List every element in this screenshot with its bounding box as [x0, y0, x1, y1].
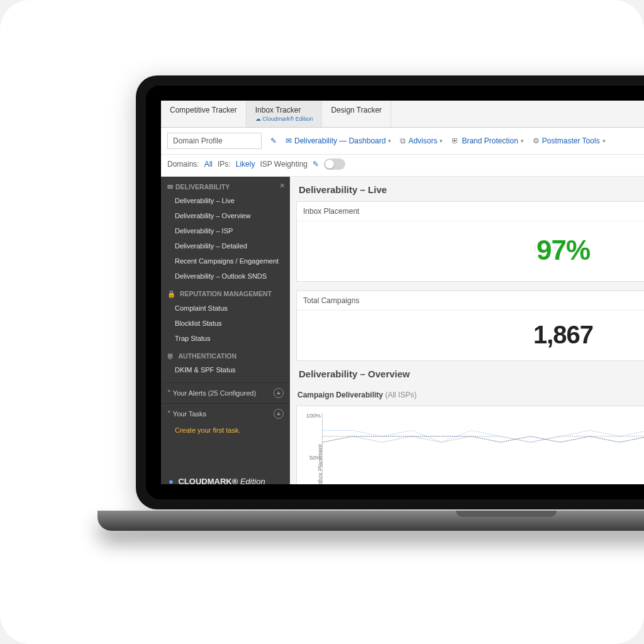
advisors-icon: ⧉ — [400, 136, 406, 145]
shield-icon: ⛨ — [452, 136, 459, 145]
chevron-down-icon: ˅ — [167, 410, 171, 418]
tab-inbox[interactable]: Inbox Tracker ☁ Cloudmark® Edition — [247, 101, 323, 127]
card-total-campaigns: Total Campaigns 1,867 — [296, 291, 644, 361]
sidebar-item-deliv-overview[interactable]: Deliverability – Overview — [161, 208, 290, 223]
tab-inbox-sublabel: ☁ Cloudmark® Edition — [255, 116, 313, 122]
shield-icon: ⛨ — [167, 352, 174, 360]
sidebar-footer: ● CLOUDMARK® Edition — [161, 470, 290, 484]
create-task-link[interactable]: Create your first task. — [161, 424, 290, 441]
sidebar-item-deliv-detailed[interactable]: Deliverability – Detailed — [161, 238, 290, 253]
sidebar-item-complaint[interactable]: Complaint Status — [161, 301, 290, 316]
menu-brand-protection[interactable]: ⛨ Brand Protection ▾ — [452, 136, 523, 145]
card-inbox-placement: Inbox Placement ⧨ 97% — [296, 201, 644, 282]
chart-campaign-deliverability: ≡⟶ Inbox Placement 100%50%0% 20. Sep22. … — [296, 406, 644, 484]
section-title-overview: Deliverability – Overview — [296, 361, 644, 386]
menu-advisors[interactable]: ⧉ Advisors ▾ — [400, 136, 443, 145]
chart-plot-area[interactable] — [322, 413, 644, 484]
add-task-icon[interactable]: + — [274, 409, 284, 419]
sidebar-alerts[interactable]: ˄ Your Alerts (25 Configured) + — [161, 382, 290, 403]
ips-value[interactable]: Likely — [236, 160, 255, 169]
total-campaigns-value: 1,867 — [533, 321, 593, 349]
sidebar-item-dkim-spf[interactable]: DKIM & SPF Status — [161, 362, 290, 377]
ips-label: IPs: — [218, 160, 231, 169]
sidebar-tasks[interactable]: ˅ Your Tasks + — [161, 403, 290, 424]
domains-value[interactable]: All — [204, 160, 213, 169]
sidebar-item-trap[interactable]: Trap Status — [161, 331, 290, 346]
filter-bar: Domains: All IPs: Likely ISP Weighting ✎ — [161, 155, 644, 177]
menu-postmaster[interactable]: ⚙ Postmaster Tools ▾ — [533, 136, 606, 145]
toolbar: ✎ ✉ Deliverability — Dashboard ▾ ⧉ Advis… — [161, 128, 644, 155]
sidebar: × ✉DELIVERABILITY Deliverability – Live … — [161, 177, 290, 484]
sidebar-item-blocklist[interactable]: Blocklist Status — [161, 316, 290, 331]
edit-icon[interactable]: ✎ — [270, 136, 277, 145]
isp-weighting-label: ISP Weighting — [260, 160, 308, 169]
inbox-placement-value: 97% — [536, 235, 590, 266]
sidebar-item-deliv-isp[interactable]: Deliverability – ISP — [161, 223, 290, 238]
laptop-base — [97, 511, 644, 531]
chevron-up-icon: ˄ — [167, 389, 171, 397]
sidebar-close-icon[interactable]: × — [280, 180, 285, 191]
main-content: Deliverability – Live Inbox Placement ⧨ … — [290, 177, 644, 484]
add-alert-icon[interactable]: + — [274, 388, 284, 398]
tools-icon: ⚙ — [533, 136, 540, 145]
chevron-down-icon: ▾ — [388, 138, 391, 144]
domains-label: Domains: — [167, 160, 199, 169]
cloudmark-dot-icon: ● — [169, 477, 174, 484]
sidebar-section-deliverability: ✉DELIVERABILITY — [161, 177, 290, 193]
lock-icon: 🔒 — [167, 290, 175, 297]
sidebar-section-auth: ⛨ AUTHENTICATION — [161, 346, 290, 362]
menu-deliverability[interactable]: ✉ Deliverability — Dashboard ▾ — [286, 136, 391, 145]
card-inbox-placement-label: Inbox Placement — [303, 207, 359, 216]
tab-design[interactable]: Design Tracker — [322, 101, 391, 127]
isp-weighting-edit-icon[interactable]: ✎ — [313, 160, 319, 169]
tab-inbox-label: Inbox Tracker — [255, 106, 301, 114]
domain-profile-input[interactable] — [167, 133, 262, 149]
chart-y-ticks: 100%50%0% — [306, 413, 321, 484]
section-title-live: Deliverability – Live — [296, 177, 644, 201]
laptop-frame: Competitive Tracker Inbox Tracker ☁ Clou… — [136, 75, 644, 509]
sidebar-item-outlook-snds[interactable]: Deliverability – Outlook SNDS — [161, 269, 290, 284]
tab-competitive[interactable]: Competitive Tracker — [161, 101, 247, 127]
top-tabs: Competitive Tracker Inbox Tracker ☁ Clou… — [161, 101, 644, 128]
isp-weighting-toggle[interactable] — [324, 158, 345, 170]
app-screen: Competitive Tracker Inbox Tracker ☁ Clou… — [161, 101, 644, 484]
card-total-campaigns-label: Total Campaigns — [303, 296, 359, 305]
sidebar-item-deliv-live[interactable]: Deliverability – Live — [161, 193, 290, 208]
envelope-icon: ✉ — [167, 183, 173, 191]
sidebar-section-reputation: 🔒 REPUTATION MANAGEMENT — [161, 284, 290, 301]
sidebar-item-recent-campaigns[interactable]: Recent Campaigns / Engagement — [161, 253, 290, 269]
chart-title: Campaign Deliverability (All ISPs) — [296, 386, 644, 406]
